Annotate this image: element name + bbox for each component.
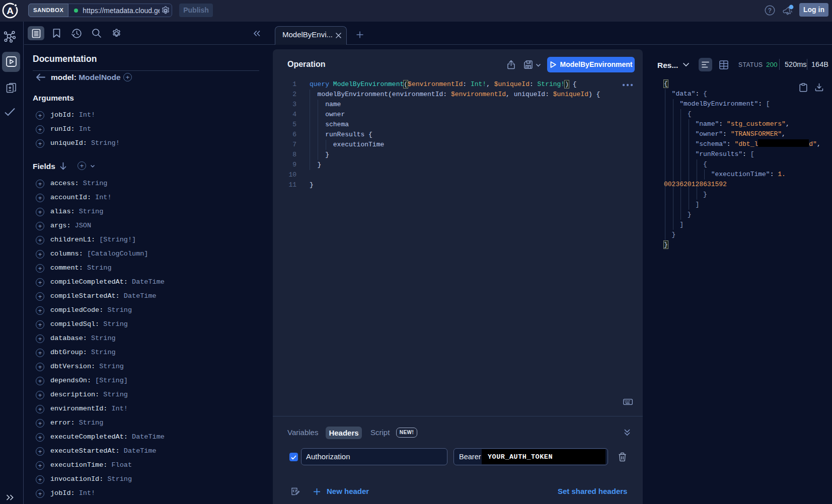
svg-text:?: ?	[768, 7, 772, 14]
svg-text:A: A	[7, 6, 14, 16]
